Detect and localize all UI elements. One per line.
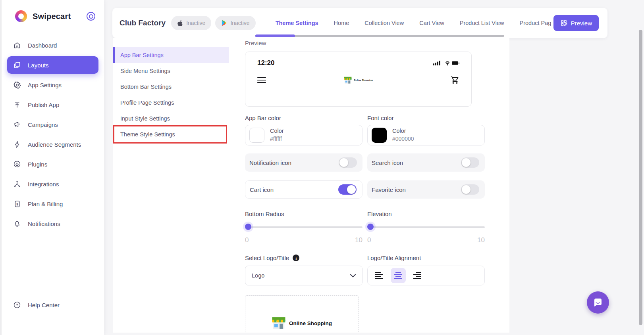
app-bar-color-swatch[interactable] [249, 128, 264, 143]
search-icon-toggle[interactable] [461, 157, 479, 168]
logo-box-title: Online Shopping [289, 320, 332, 326]
sidebar-item-dashboard[interactable]: Dashboard [7, 36, 98, 54]
alignment-group [367, 266, 485, 285]
sidebar-item-label: Audience Segments [28, 141, 81, 148]
gear-icon [13, 80, 21, 89]
app-bar-color-hex: #ffffff [270, 136, 282, 142]
badge-label: Inactive [230, 20, 249, 26]
search-icon-setting: Search icon [367, 153, 485, 172]
home-icon [13, 41, 21, 50]
sidebar-item-audience-segments[interactable]: Audience Segments [7, 136, 98, 153]
toggle-label: Notification icon [249, 159, 291, 166]
align-left-button[interactable] [372, 268, 387, 283]
align-right-button[interactable] [410, 268, 425, 283]
badge-label: Inactive [186, 20, 205, 26]
menu-item-bottom-bar-settings[interactable]: Bottom Bar Settings [113, 79, 229, 95]
tab-home[interactable]: Home [334, 20, 349, 26]
font-color-hex: #000000 [392, 136, 414, 142]
tab-collection-view[interactable]: Collection View [364, 20, 404, 26]
sidebar-item-plan-billing[interactable]: $ Plan & Billing [7, 195, 98, 212]
status-bar-icons [433, 60, 459, 66]
app-bar-settings-panel: Preview 12:20 [229, 38, 509, 333]
sidebar-item-app-settings[interactable]: App Settings [7, 76, 98, 94]
favorite-icon-setting: Favorite icon [367, 180, 485, 199]
align-center-button[interactable] [391, 268, 406, 283]
store-name: Club Factory [120, 19, 166, 27]
device-preview: 12:20 Online S [245, 52, 472, 107]
sidebar-item-layouts[interactable]: Layouts [7, 56, 98, 74]
sidebar-item-campaigns[interactable]: Campaigns [7, 116, 98, 133]
integrations-icon [13, 180, 21, 188]
help-icon: ? [13, 301, 21, 309]
toggle-label: Search icon [372, 159, 403, 166]
bottom-radius-slider[interactable] [245, 224, 362, 231]
favorite-icon-toggle[interactable] [461, 184, 479, 195]
sidebar-item-label: Plugins [28, 161, 47, 168]
logo-title-select[interactable]: Logo [245, 266, 362, 285]
brand-name: Swipecart [33, 12, 81, 21]
sidebar-item-integrations[interactable]: Integrations [7, 175, 98, 193]
sidebar-collapse-icon[interactable] [87, 12, 95, 21]
elevation-slider-thumb[interactable] [367, 224, 374, 230]
sidebar-item-label: Publish App [28, 101, 59, 108]
svg-text:?: ? [16, 303, 18, 307]
alignment-label: Logo/Title Alignment [367, 255, 485, 261]
hamburger-menu-icon[interactable] [257, 77, 266, 83]
sidebar-item-label: Layouts [28, 62, 49, 69]
svg-text:$: $ [16, 202, 18, 206]
color-label: Color [270, 128, 284, 134]
info-icon[interactable]: i [293, 255, 299, 261]
notification-icon-toggle[interactable] [339, 157, 357, 168]
sidebar: Swipecart Dashboard Layouts App Settings [0, 0, 104, 335]
settings-menu: App Bar Settings Side Menu Settings Bott… [113, 38, 229, 333]
sidebar-item-publish-app[interactable]: Publish App [7, 96, 98, 113]
page-scrollbar[interactable] [639, 30, 642, 325]
toggle-label: Favorite icon [372, 186, 406, 193]
brand-row: Swipecart [2, 0, 104, 26]
sidebar-item-label: Notifications [28, 220, 60, 227]
cart-icon-toggle[interactable] [338, 184, 357, 195]
sidebar-item-label: Plan & Billing [28, 201, 63, 207]
tab-product-page[interactable]: Product Pag [520, 20, 551, 26]
logo-upload-box[interactable]: Online Shopping [245, 295, 359, 333]
font-color-picker[interactable]: Color #000000 [367, 125, 485, 145]
megaphone-icon [13, 120, 21, 129]
bottom-radius-slider-thumb[interactable] [245, 224, 251, 230]
slider-min: 0 [245, 236, 249, 244]
layouts-icon [13, 61, 21, 69]
tab-product-list-view[interactable]: Product List View [460, 20, 504, 26]
store-title: Online Shopping [354, 79, 373, 81]
tab-theme-settings[interactable]: Theme Settings [276, 20, 318, 26]
ios-status-badge[interactable]: Inactive [171, 16, 211, 30]
app-bar-color-picker[interactable]: Color #ffffff [245, 125, 362, 145]
apple-icon [177, 20, 183, 27]
elevation-label: Elevation [367, 211, 485, 217]
app-bar-color-label: App Bar color [245, 115, 362, 121]
menu-item-side-menu-settings[interactable]: Side Menu Settings [113, 63, 229, 79]
store-logo: Online Shopping [344, 77, 373, 84]
preview-button[interactable]: Preview [553, 15, 599, 31]
sidebar-item-notifications[interactable]: Notifications [7, 215, 98, 232]
cart-icon[interactable] [451, 76, 459, 84]
google-play-icon [221, 20, 227, 26]
font-color-label: Font color [367, 115, 485, 121]
menu-item-app-bar-settings[interactable]: App Bar Settings [113, 47, 229, 63]
view-tabs: Theme Settings Home Collection View Cart… [276, 20, 599, 26]
tab-cart-view[interactable]: Cart View [419, 20, 444, 26]
elevation-slider[interactable] [367, 224, 485, 231]
sidebar-item-label: App Settings [28, 82, 62, 88]
preview-button-label: Preview [571, 20, 592, 27]
menu-item-profile-page-settings[interactable]: Profile Page Settings [113, 95, 229, 111]
menu-item-theme-style-settings[interactable]: Theme Style Settings [113, 126, 229, 142]
chat-widget-button[interactable] [587, 291, 609, 314]
android-status-badge[interactable]: Inactive [215, 16, 255, 30]
sidebar-item-plugins[interactable]: Plugins [7, 155, 98, 173]
select-logo-title-label: Select Logo/Title [245, 255, 289, 261]
menu-item-input-style-settings[interactable]: Input Style Settings [113, 111, 229, 126]
color-label: Color [392, 128, 406, 134]
notification-icon-setting: Notification icon [245, 153, 362, 172]
font-color-swatch[interactable] [372, 128, 387, 143]
active-tab-indicator [255, 34, 295, 37]
plugin-icon [13, 160, 21, 168]
sidebar-item-help-center[interactable]: ? Help Center [7, 296, 100, 314]
